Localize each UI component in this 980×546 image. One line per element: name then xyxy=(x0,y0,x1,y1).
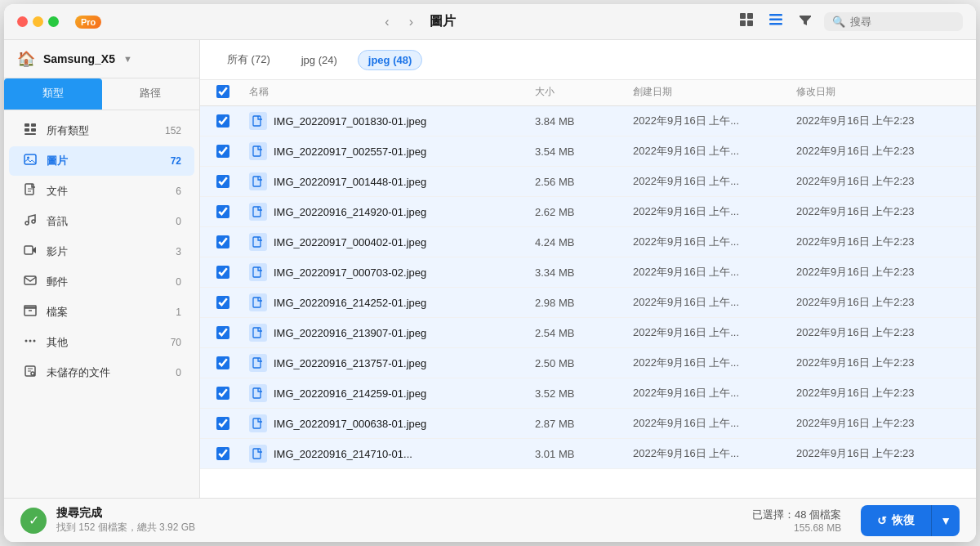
sidebar-item-other[interactable]: 其他 70 xyxy=(9,328,194,357)
file-modified: 2022年9月16日 上午2:23 xyxy=(796,265,960,280)
row-checkbox[interactable] xyxy=(216,145,229,158)
table-row[interactable]: IMG_20220917_000402-01.jpeg 4.24 MB 2022… xyxy=(200,227,976,257)
search-input[interactable] xyxy=(850,16,948,28)
file-name-text: IMG_20220916_214920-01.jpeg xyxy=(274,206,426,218)
maximize-button[interactable] xyxy=(48,16,59,27)
select-all-checkbox[interactable] xyxy=(216,85,229,98)
row-checkbox[interactable] xyxy=(216,417,229,430)
sidebar-item-mail[interactable]: 郵件 0 xyxy=(9,267,194,297)
sidebar-label-video: 影片 xyxy=(47,244,167,259)
svg-rect-10 xyxy=(31,128,36,132)
selected-info: 已選擇：48 個檔案 xyxy=(752,508,841,522)
list-view-button[interactable] xyxy=(765,9,786,34)
file-modified: 2022年9月16日 上午2:23 xyxy=(796,204,960,219)
sidebar-item-audio[interactable]: 音訊 0 xyxy=(9,207,194,236)
svg-rect-8 xyxy=(31,123,36,127)
sidebar-item-docs[interactable]: 文件 6 xyxy=(9,177,194,206)
grid-view-button[interactable] xyxy=(736,9,757,34)
file-icon xyxy=(249,112,267,130)
file-modified: 2022年9月16日 上午2:23 xyxy=(796,446,960,461)
file-name-cell: IMG_20220917_000402-01.jpeg xyxy=(249,233,535,251)
file-icon xyxy=(249,354,267,372)
table-row[interactable]: IMG_20220917_002557-01.jpeg 3.54 MB 2022… xyxy=(200,136,976,167)
file-modified: 2022年9月16日 上午2:23 xyxy=(796,235,960,249)
table-row[interactable]: IMG_20220916_214710-01... 3.01 MB 2022年9… xyxy=(200,439,976,469)
row-checkbox[interactable] xyxy=(216,175,229,188)
selected-size: 155.68 MB xyxy=(794,522,841,534)
minimize-button[interactable] xyxy=(33,16,43,27)
search-box: 🔍 xyxy=(824,12,963,31)
archive-icon xyxy=(22,304,38,320)
sidebar-item-images[interactable]: 圖片 72 xyxy=(9,146,194,176)
table-row[interactable]: IMG_20220917_001830-01.jpeg 3.84 MB 2022… xyxy=(200,106,976,136)
sidebar: 🏠 Samsung_X5 ▼ 類型 路徑 所有類型 152 xyxy=(4,40,200,498)
file-name-text: IMG_20220916_214710-01... xyxy=(274,448,412,460)
row-checkbox[interactable] xyxy=(216,296,229,309)
file-modified: 2022年9月16日 上午2:23 xyxy=(796,114,960,128)
content-area: 所有 (72) jpg (24) jpeg (48) 名稱 大小 創建日期 修改… xyxy=(200,40,976,498)
row-checkbox[interactable] xyxy=(216,387,229,400)
sidebar-item-video[interactable]: 影片 3 xyxy=(9,237,194,266)
sidebar-item-all[interactable]: 所有類型 152 xyxy=(9,116,194,145)
audio-icon xyxy=(22,213,38,230)
file-size: 2.87 MB xyxy=(535,418,633,430)
row-checkbox[interactable] xyxy=(216,114,229,128)
sidebar-count-images: 72 xyxy=(171,155,181,167)
file-modified: 2022年9月16日 上午2:23 xyxy=(796,416,960,431)
tab-path[interactable]: 路徑 xyxy=(102,78,200,110)
tab-type[interactable]: 類型 xyxy=(4,78,102,110)
restore-button[interactable]: ↺ 恢復 xyxy=(861,505,931,536)
file-size: 2.62 MB xyxy=(535,206,633,218)
table-row[interactable]: IMG_20220917_000638-01.jpeg 2.87 MB 2022… xyxy=(200,409,976,439)
sidebar-label-unsaved: 未儲存的文件 xyxy=(47,365,167,380)
svg-point-22 xyxy=(25,340,28,342)
svg-point-26 xyxy=(31,372,34,375)
row-checkbox[interactable] xyxy=(216,326,229,339)
row-checkbox[interactable] xyxy=(216,266,229,279)
row-checkbox[interactable] xyxy=(216,447,229,460)
th-modified[interactable]: 修改日期 xyxy=(796,85,960,101)
row-checkbox[interactable] xyxy=(216,356,229,369)
file-size: 3.84 MB xyxy=(535,115,633,128)
table-row[interactable]: IMG_20220916_213907-01.jpeg 2.54 MB 2022… xyxy=(200,318,976,348)
table-row[interactable]: IMG_20220916_213757-01.jpeg 2.50 MB 2022… xyxy=(200,348,976,378)
sidebar-item-unsaved[interactable]: 未儲存的文件 0 xyxy=(9,358,194,387)
file-icon xyxy=(249,324,267,342)
table-row[interactable]: IMG_20220916_214259-01.jpeg 3.52 MB 2022… xyxy=(200,378,976,409)
filter-jpg[interactable]: jpg (24) xyxy=(291,50,348,70)
restore-dropdown-button[interactable]: ▼ xyxy=(931,505,960,536)
sidebar-item-archive[interactable]: 檔案 1 xyxy=(9,298,194,327)
video-icon xyxy=(22,244,38,260)
row-checkbox[interactable] xyxy=(216,235,229,248)
titlebar-center: ‹ › 圖片 xyxy=(108,13,729,31)
file-name-cell: IMG_20220916_214259-01.jpeg xyxy=(249,384,535,402)
row-checkbox-cell xyxy=(216,326,249,339)
th-name[interactable]: 名稱 xyxy=(249,85,535,101)
row-checkbox[interactable] xyxy=(216,205,229,218)
table-row[interactable]: IMG_20220917_001448-01.jpeg 2.56 MB 2022… xyxy=(200,167,976,197)
table-row[interactable]: IMG_20220916_214920-01.jpeg 2.62 MB 2022… xyxy=(200,197,976,227)
table-row[interactable]: IMG_20220916_214252-01.jpeg 2.98 MB 2022… xyxy=(200,288,976,318)
close-button[interactable] xyxy=(17,16,28,27)
filter-all[interactable]: 所有 (72) xyxy=(216,48,281,71)
file-icon xyxy=(249,445,267,463)
filter-jpeg[interactable]: jpeg (48) xyxy=(358,50,422,70)
bottom-bar: ✓ 搜尋完成 找到 152 個檔案，總共 3.92 GB 已選擇：48 個檔案 … xyxy=(4,498,976,542)
filter-button[interactable] xyxy=(795,9,816,34)
file-size: 2.56 MB xyxy=(535,176,633,188)
file-icon xyxy=(249,142,267,160)
status-success-icon: ✓ xyxy=(20,508,47,534)
file-created: 2022年9月16日 上午... xyxy=(633,144,796,159)
svg-rect-35 xyxy=(253,328,261,338)
forward-button[interactable]: › xyxy=(406,13,416,31)
th-created[interactable]: 創建日期 xyxy=(633,85,796,101)
file-name-text: IMG_20220917_000638-01.jpeg xyxy=(274,418,426,430)
table-row[interactable]: IMG_20220917_000703-02.jpeg 3.34 MB 2022… xyxy=(200,257,976,288)
file-icon xyxy=(249,172,267,190)
file-name-text: IMG_20220917_001830-01.jpeg xyxy=(274,115,426,128)
file-name-cell: IMG_20220917_001448-01.jpeg xyxy=(249,172,535,190)
unsaved-icon xyxy=(22,365,38,381)
back-button[interactable]: ‹ xyxy=(381,13,392,31)
th-size[interactable]: 大小 xyxy=(535,85,633,101)
file-created: 2022年9月16日 上午... xyxy=(633,446,796,461)
